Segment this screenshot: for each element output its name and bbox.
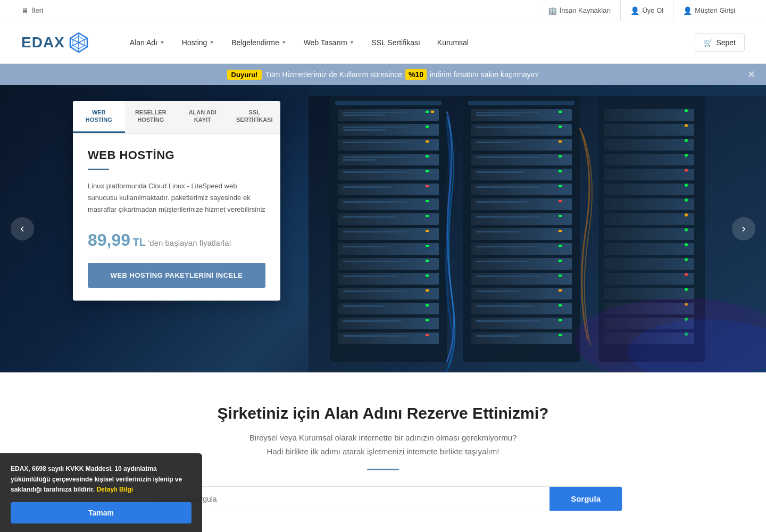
svg-point-137	[685, 243, 688, 246]
svg-rect-75	[471, 169, 572, 180]
svg-rect-51	[338, 303, 439, 314]
svg-rect-67	[559, 126, 562, 128]
kvkk-cookie-bar: EDAX, 6698 sayılı KVKK Maddesi. 10 aydın…	[0, 453, 202, 532]
server-rack-illustration	[309, 85, 766, 372]
svg-rect-57	[338, 332, 439, 344]
svg-rect-11	[343, 112, 407, 113]
kvkk-text: EDAX, 6698 sayılı KVKK Maddesi. 10 aydın…	[11, 464, 192, 495]
cart-icon: 🛒	[704, 38, 713, 47]
svg-rect-110	[476, 335, 519, 337]
tab-ssl-sertifikasi[interactable]: SSLSERTİFİKASI	[229, 101, 281, 133]
svg-rect-81	[471, 198, 572, 210]
hosting-cta-button[interactable]: WEB HOSTİNG PAKETLERİNİ İNCELE	[88, 263, 265, 288]
nav-hosting-label: Hosting	[182, 38, 207, 47]
svg-rect-107	[476, 320, 540, 322]
svg-rect-91	[559, 245, 562, 247]
nav-web-tasarim[interactable]: Web Tasarım ▼	[296, 34, 362, 51]
domain-title: Şirketiniz için Alan Adını Rezerve Ettin…	[21, 404, 745, 422]
kvkk-detail-link[interactable]: Detaylı Bilgi	[96, 486, 133, 493]
svg-rect-41	[426, 245, 429, 247]
svg-rect-50	[426, 289, 429, 292]
belgelendirme-chevron-icon: ▼	[281, 39, 287, 45]
nav-kurumsal[interactable]: Kurumsal	[430, 34, 476, 51]
svg-rect-146	[309, 85, 766, 96]
svg-rect-118	[604, 198, 694, 210]
svg-rect-93	[471, 258, 572, 270]
svg-rect-35	[426, 215, 429, 217]
tab-reseller-hosting[interactable]: RESELLERHOSTİNG	[125, 101, 177, 133]
tab-web-hosting[interactable]: WEBHOSTİNG	[73, 101, 125, 133]
svg-rect-12	[343, 114, 386, 116]
tab-alan-adi-kayit[interactable]: ALAN ADIKAYIT	[177, 101, 229, 133]
tab-alan-adi-kayit-label: ALAN ADIKAYIT	[189, 109, 217, 123]
svg-rect-83	[476, 201, 529, 203]
svg-rect-115	[604, 154, 694, 165]
header: EDAX Alan Adı ▼ Hosting ▼ Belgelendirme …	[0, 21, 766, 64]
nav-ssl-label: SSL Sertifikası	[372, 38, 420, 47]
domain-search-button[interactable]: Sorgula	[549, 487, 622, 511]
svg-rect-123	[604, 273, 694, 285]
svg-rect-76	[559, 170, 562, 172]
svg-rect-36	[338, 228, 439, 240]
uye-ol-link[interactable]: 👤 Üye Ol	[620, 0, 673, 21]
svg-rect-90	[471, 243, 572, 255]
svg-rect-27	[338, 184, 439, 195]
price-suffix: 'den başlayan fiyatlarla!	[148, 238, 231, 247]
login-icon: 👤	[683, 6, 692, 15]
svg-rect-96	[471, 273, 572, 285]
svg-rect-103	[559, 304, 562, 306]
svg-rect-71	[476, 142, 519, 143]
svg-rect-65	[476, 114, 519, 116]
nav-ssl[interactable]: SSL Sertifikası	[364, 34, 428, 51]
svg-rect-33	[338, 213, 439, 225]
carousel-next-button[interactable]: ›	[732, 217, 755, 240]
svg-rect-78	[471, 184, 572, 195]
svg-rect-63	[559, 111, 562, 113]
svg-rect-26	[426, 170, 429, 172]
svg-rect-54	[338, 318, 439, 329]
domain-search-input[interactable]	[144, 487, 549, 511]
svg-rect-122	[604, 258, 694, 270]
svg-rect-64	[476, 112, 540, 113]
alan-adi-chevron-icon: ▼	[160, 39, 165, 45]
tab-reseller-hosting-label: RESELLERHOSTİNG	[135, 109, 166, 123]
svg-rect-100	[559, 289, 562, 292]
svg-point-134	[685, 198, 688, 202]
tab-ssl-sertifikasi-label: SSLSERTİFİKASI	[236, 109, 272, 123]
svg-rect-77	[476, 171, 524, 173]
hosting-card-title: WEB HOSTİNG	[88, 148, 265, 162]
hero-section: ‹ › WEBHOSTİNG RESELLERHOSTİNG ALAN ADIK…	[0, 85, 766, 372]
duyuru-badge: Duyuru!	[227, 70, 262, 80]
svg-rect-69	[471, 139, 572, 151]
svg-rect-109	[559, 334, 562, 336]
hosting-price: 89,99 TL 'den başlayan fiyatlarla!	[88, 230, 265, 250]
announcement-close-button[interactable]: ✕	[747, 69, 755, 80]
logo[interactable]: EDAX	[21, 31, 90, 54]
svg-rect-43	[343, 261, 407, 262]
domain-search-row: Sorgula	[144, 486, 622, 511]
svg-rect-21	[426, 155, 429, 157]
insan-kaynaklari-label: İnsan Kaynakları	[560, 6, 611, 14]
nav-alan-adi[interactable]: Alan Adı ▼	[122, 34, 172, 51]
svg-rect-25	[343, 171, 407, 173]
svg-rect-53	[426, 304, 429, 306]
nav-belgelendirme[interactable]: Belgelendirme ▼	[224, 34, 294, 51]
svg-point-138	[685, 258, 688, 261]
carousel-prev-button[interactable]: ‹	[11, 217, 34, 240]
kvkk-accept-button[interactable]: Tamam	[11, 502, 192, 523]
svg-point-135	[685, 213, 688, 217]
svg-rect-97	[559, 275, 562, 277]
price-currency: TL	[133, 236, 146, 248]
nav-hosting[interactable]: Hosting ▼	[174, 34, 222, 51]
svg-rect-80	[476, 186, 540, 188]
svg-point-133	[685, 184, 688, 187]
svg-rect-112	[604, 109, 694, 121]
cart-button[interactable]: 🛒 Sepet	[695, 34, 745, 52]
musteri-girisi-link[interactable]: 👤 Müşteri Girişi	[673, 0, 745, 21]
svg-rect-46	[343, 276, 396, 277]
insan-kaynaklari-link[interactable]: 🏢 İnsan Kaynakları	[538, 0, 621, 21]
svg-rect-101	[476, 290, 519, 292]
chevron-left-icon: ‹	[20, 222, 24, 236]
hosting-card-content: WEB HOSTİNG Linux platformunda Cloud Lin…	[73, 134, 280, 301]
svg-rect-117	[604, 184, 694, 195]
